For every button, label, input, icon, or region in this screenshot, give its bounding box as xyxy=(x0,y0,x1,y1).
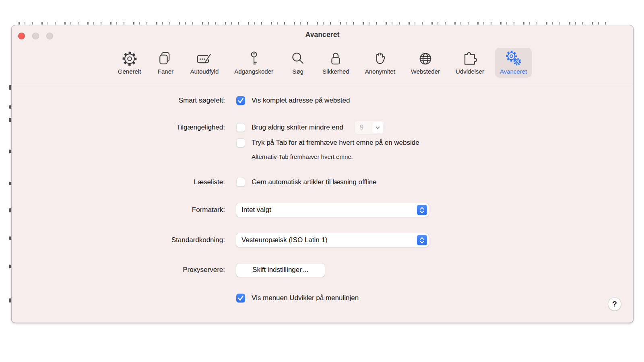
font-size-value: 9 xyxy=(360,123,363,132)
stepper-chevrons-icon xyxy=(417,235,427,245)
tab-highlight-label: Tryk på Tab for at fremhæve hvert emne p… xyxy=(252,139,419,147)
style-sheet-value: Intet valgt xyxy=(242,206,271,214)
tab-label: Websteder xyxy=(411,68,440,75)
key-icon xyxy=(245,50,263,68)
font-size-select[interactable]: 9 xyxy=(355,121,384,134)
tab-faner[interactable]: Faner xyxy=(152,48,179,78)
smart-search-label: Smart søgefelt: xyxy=(12,94,225,107)
develop-menu-checkbox[interactable] xyxy=(236,294,245,302)
show-full-address-label: Vis komplet adresse på websted xyxy=(252,97,350,105)
change-settings-button[interactable]: Skift indstillinger… xyxy=(236,263,325,277)
tab-label: Autoudfyld xyxy=(190,68,219,75)
tab-label: Avanceret xyxy=(500,68,527,75)
develop-menu-label: Vis menuen Udvikler på menulinjen xyxy=(252,294,359,302)
tab-avanceret[interactable]: Avanceret xyxy=(495,48,532,78)
tab-highlight-note: Alternativ-Tab fremhæver hvert emne. xyxy=(252,153,353,160)
tab-autoudfyld[interactable]: Autoudfyld xyxy=(185,48,223,78)
autofill-pencil-icon xyxy=(196,50,213,68)
tab-generelt[interactable]: Generelt xyxy=(113,48,146,78)
safari-preferences-window: Avanceret Generelt xyxy=(11,25,634,323)
tab-anonymitet[interactable]: Anonymitet xyxy=(360,48,400,78)
tab-label: Faner xyxy=(158,68,173,75)
accessibility-label: Tilgængelighed: xyxy=(12,121,225,134)
help-button[interactable]: ? xyxy=(608,298,621,311)
background-text-fragment xyxy=(19,22,606,25)
tab-soeg[interactable]: Søg xyxy=(284,48,312,78)
never-small-fonts-label: Brug aldrig skrifter mindre end xyxy=(252,123,343,132)
toolbar-divider xyxy=(12,84,633,84)
tab-label: Søg xyxy=(292,68,303,75)
never-small-fonts-checkbox[interactable] xyxy=(236,123,245,132)
style-sheet-select[interactable]: Intet valgt xyxy=(236,203,429,217)
window-title: Avanceret xyxy=(12,31,633,39)
chevron-down-icon xyxy=(372,122,383,133)
preferences-toolbar: Generelt Faner xyxy=(12,45,633,78)
tab-label: Adgangskoder xyxy=(234,68,273,75)
default-encoding-label: Standardkodning: xyxy=(12,233,225,247)
tab-udvidelser[interactable]: Udvidelser xyxy=(451,48,489,78)
offline-articles-label: Gem automatisk artikler til læsning offl… xyxy=(252,178,377,186)
tab-sikkerhed[interactable]: Sikkerhed xyxy=(318,48,354,78)
globe-icon xyxy=(417,50,434,68)
lock-icon xyxy=(327,50,345,68)
tab-websteder[interactable]: Websteder xyxy=(406,48,445,78)
proxies-label: Proxyservere: xyxy=(12,263,225,277)
puzzle-icon xyxy=(461,50,479,68)
style-sheet-label: Formatark: xyxy=(12,203,225,217)
tabs-icon xyxy=(157,50,174,68)
double-gear-icon xyxy=(505,50,522,68)
help-label: ? xyxy=(612,300,617,309)
tab-label: Generelt xyxy=(118,68,141,75)
offline-articles-checkbox[interactable] xyxy=(236,178,245,187)
hand-icon xyxy=(371,50,389,68)
tab-adgangskoder[interactable]: Adgangskoder xyxy=(229,48,278,78)
show-full-address-checkbox[interactable] xyxy=(236,96,245,105)
tab-label: Sikkerhed xyxy=(322,68,349,75)
tab-label: Anonymitet xyxy=(365,68,395,75)
default-encoding-select[interactable]: Vesteuropæisk (ISO Latin 1) xyxy=(236,233,429,247)
gear-icon xyxy=(121,50,138,68)
default-encoding-value: Vesteuropæisk (ISO Latin 1) xyxy=(242,236,328,244)
desktop-background: Avanceret Generelt xyxy=(0,0,644,362)
tab-label: Udvidelser xyxy=(456,68,484,75)
stepper-chevrons-icon xyxy=(417,205,427,215)
reading-list-label: Læseliste: xyxy=(12,175,225,189)
search-icon xyxy=(289,50,307,68)
tab-highlight-checkbox[interactable] xyxy=(236,138,245,147)
